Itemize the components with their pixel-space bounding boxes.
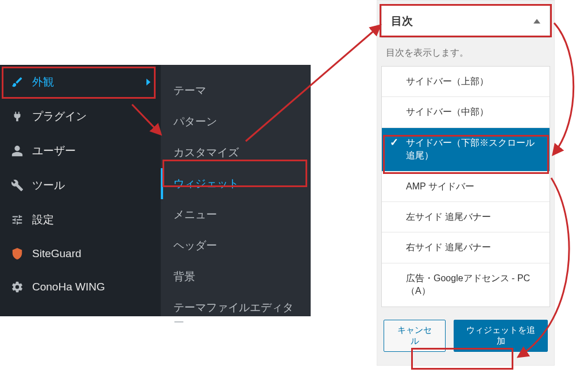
- menu-item-appearance[interactable]: 外観: [0, 65, 161, 99]
- menu-item-users[interactable]: ユーザー: [0, 134, 161, 168]
- plug-icon: [10, 110, 24, 123]
- widget-area-item[interactable]: 左サイド 追尾バナー: [382, 202, 550, 232]
- menu-item-label: プラグイン: [32, 109, 150, 124]
- menu-item-label: SiteGuard: [32, 247, 150, 260]
- wrench-icon: [10, 179, 24, 192]
- submenu-customize[interactable]: カスタマイズ: [161, 137, 311, 168]
- chevron-right-icon: [146, 79, 150, 86]
- shield-icon: [10, 247, 24, 261]
- widget-area-item[interactable]: 右サイド 追尾バナー: [382, 232, 550, 263]
- user-icon: [10, 144, 24, 158]
- wp-admin-menu: 外観 プラグイン ユーザー ツール 設定: [0, 65, 311, 316]
- submenu-themes[interactable]: テーマ: [161, 75, 311, 106]
- menu-item-plugins[interactable]: プラグイン: [0, 99, 161, 134]
- submenu-header[interactable]: ヘッダー: [161, 230, 311, 261]
- menu-item-label: ユーザー: [32, 143, 150, 158]
- wp-admin-primary-menu: 外観 プラグイン ユーザー ツール 設定: [0, 65, 161, 316]
- menu-item-label: ConoHa WING: [32, 281, 150, 293]
- widget-header[interactable]: 目次: [381, 5, 550, 38]
- widget-actions: キャンセル ウィジェットを追加: [381, 307, 550, 352]
- menu-item-tools[interactable]: ツール: [0, 168, 161, 203]
- widget-area-item[interactable]: サイドバー（上部）: [382, 67, 550, 97]
- menu-item-conoha[interactable]: ConoHa WING: [0, 270, 161, 304]
- submenu-background[interactable]: 背景: [161, 261, 311, 292]
- menu-item-settings[interactable]: 設定: [0, 203, 161, 237]
- menu-item-label: 外観: [32, 75, 138, 90]
- brush-icon: [10, 75, 24, 89]
- widget-chooser: 目次 目次を表示します。 サイドバー（上部） サイドバー（中部） サイドバー（下…: [377, 0, 555, 366]
- submenu-patterns[interactable]: パターン: [161, 106, 311, 137]
- widget-description: 目次を表示します。: [381, 38, 550, 66]
- submenu-menus[interactable]: メニュー: [161, 199, 311, 230]
- add-widget-button[interactable]: ウィジェットを追加: [454, 320, 548, 352]
- widget-title: 目次: [391, 14, 413, 29]
- widget-area-list: サイドバー（上部） サイドバー（中部） サイドバー（下部※スクロール追尾） AM…: [381, 66, 550, 307]
- cancel-button[interactable]: キャンセル: [384, 320, 446, 352]
- submenu-widgets[interactable]: ウィジェット: [161, 168, 311, 199]
- widget-area-item-selected[interactable]: サイドバー（下部※スクロール追尾）: [382, 128, 550, 172]
- chevron-up-icon: [533, 19, 540, 24]
- submenu-theme-file-editor[interactable]: テーマファイルエディター: [161, 292, 311, 338]
- wp-admin-submenu: テーマ パターン カスタマイズ ウィジェット メニュー ヘッダー 背景 テーマフ…: [161, 65, 311, 316]
- menu-item-label: ツール: [32, 178, 150, 193]
- widget-area-item[interactable]: サイドバー（中部）: [382, 97, 550, 127]
- gear-icon: [10, 280, 24, 294]
- sliders-icon: [10, 213, 24, 227]
- menu-item-label: 設定: [32, 212, 150, 227]
- widget-area-item[interactable]: 広告・Googleアドセンス - PC（A）: [382, 263, 550, 307]
- widget-area-item[interactable]: AMP サイドバー: [382, 172, 550, 202]
- menu-item-siteguard[interactable]: SiteGuard: [0, 237, 161, 270]
